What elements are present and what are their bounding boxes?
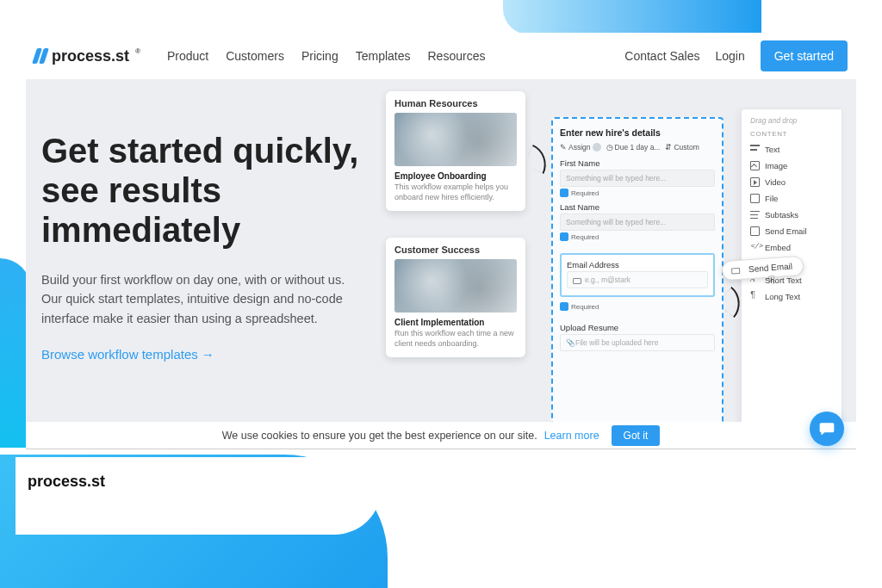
mail-icon	[750, 226, 760, 236]
card-category: Human Resources	[394, 98, 517, 108]
embed-icon	[750, 243, 760, 252]
cookie-text: We use cookies to ensure you get the bes…	[222, 430, 537, 442]
image-icon	[750, 161, 760, 170]
hero-copy: Get started quickly, see results immedia…	[41, 131, 360, 362]
card-thumbnail	[394, 259, 517, 313]
required-toggle[interactable]: Required	[560, 232, 715, 241]
hero-paragraph: Build your first workflow on day one, wi…	[41, 270, 360, 328]
form-heading: Enter new hire's details	[560, 127, 715, 138]
palette-group-content: CONTENT	[750, 130, 833, 138]
primary-nav: Product Customers Pricing Templates Reso…	[167, 49, 485, 63]
template-card-hr[interactable]: Human Resources Employee Onboarding This…	[386, 91, 525, 211]
first-name-input[interactable]: Something will be typed here...	[560, 170, 715, 187]
cookie-accept-button[interactable]: Got it	[612, 425, 661, 446]
palette-item-subtasks[interactable]: Subtasks	[750, 207, 833, 223]
palette-item-image[interactable]: Image	[750, 158, 833, 174]
due-chip[interactable]: ◷ Due 1 day a...	[606, 143, 661, 152]
mail-icon	[573, 278, 581, 284]
card-thumbnail	[394, 113, 517, 166]
login-link[interactable]: Login	[715, 49, 744, 63]
palette-item-sendemail[interactable]: Send Email	[750, 223, 833, 239]
palette-item-file[interactable]: File	[750, 190, 833, 207]
field-label-upload: Upload Resume	[560, 323, 715, 332]
card-title: Employee Onboarding	[394, 171, 517, 181]
nav-customers[interactable]: Customers	[226, 49, 284, 63]
field-label-firstname: First Name	[560, 158, 715, 168]
long-text-icon	[750, 292, 760, 301]
logo-icon	[34, 48, 47, 64]
last-name-input[interactable]: Something will be typed here...	[560, 214, 715, 231]
preview-cluster: Human Resources Employee Onboarding This…	[379, 91, 856, 433]
browse-templates-link[interactable]: Browse workflow templates→	[41, 347, 214, 362]
form-meta-row: ✎ Assign ◷ Due 1 day a... ⇵ Custom	[560, 143, 715, 152]
site-header: process.st® Product Customers Pricing Te…	[26, 33, 856, 79]
contact-sales[interactable]: Contact Sales	[624, 49, 699, 63]
nav-resources[interactable]: Resources	[428, 49, 486, 63]
nav-pricing[interactable]: Pricing	[301, 49, 339, 63]
logo-text: process.st	[52, 47, 129, 65]
email-field-block: Email Address e.g., m@stark	[560, 253, 715, 297]
assign-chip[interactable]: ✎ Assign	[560, 143, 601, 152]
palette-item-text[interactable]: Text	[750, 141, 833, 158]
cursor-icon: ☟	[767, 274, 775, 288]
browse-templates-text: Browse workflow templates	[41, 347, 198, 362]
cookie-learn-more[interactable]: Learn more	[544, 430, 599, 442]
hero-title: Get started quickly, see results immedia…	[41, 131, 360, 250]
email-input[interactable]: e.g., m@stark	[567, 271, 708, 288]
avatar-icon	[593, 143, 601, 152]
nav-product[interactable]: Product	[167, 49, 208, 63]
field-label-lastname: Last Name	[560, 202, 715, 212]
palette-hint: Drag and drop	[750, 116, 833, 125]
card-title: Client Implementation	[394, 318, 517, 327]
mail-icon	[731, 268, 740, 275]
palette-item-video[interactable]: Video	[750, 174, 833, 190]
palette-item-embed[interactable]: Embed	[750, 239, 833, 256]
nav-templates[interactable]: Templates	[356, 49, 411, 63]
palette-item-longtext[interactable]: Long Text	[750, 288, 833, 305]
caption-text: process.st	[28, 473, 105, 490]
upload-input[interactable]: 📎 File will be uploaded here	[560, 334, 715, 351]
caption-card: process.st	[16, 457, 382, 535]
connector-arrow-icon	[524, 145, 554, 175]
card-desc: Run this workflow each time a new client…	[394, 329, 517, 349]
subtasks-icon	[750, 210, 760, 220]
arrow-icon: →	[202, 347, 214, 362]
required-toggle[interactable]: Required	[560, 189, 715, 197]
get-started-button[interactable]: Get started	[761, 40, 848, 71]
chat-icon	[818, 420, 835, 437]
card-category: Customer Success	[394, 244, 517, 255]
card-desc: This workflow example helps you onboard …	[394, 183, 517, 202]
video-icon	[750, 177, 760, 187]
file-icon	[750, 194, 760, 203]
chat-widget-button[interactable]	[810, 412, 844, 446]
decor-top	[503, 0, 761, 34]
required-toggle[interactable]: Required	[560, 302, 715, 311]
field-label-email: Email Address	[567, 260, 708, 269]
logo[interactable]: process.st®	[34, 47, 140, 65]
text-icon	[750, 145, 760, 154]
form-builder-panel: Enter new hire's details ✎ Assign ◷ Due …	[551, 117, 724, 433]
template-card-cs[interactable]: Customer Success Client Implementation R…	[386, 238, 525, 357]
custom-chip[interactable]: ⇵ Custom	[665, 143, 699, 152]
hero-section: Get started quickly, see results immedia…	[26, 79, 856, 433]
drag-bubble-label: Send Email	[748, 262, 793, 275]
cookie-banner: We use cookies to ensure you get the bes…	[26, 422, 856, 449]
nav-right: Contact Sales Login Get started	[624, 40, 848, 71]
